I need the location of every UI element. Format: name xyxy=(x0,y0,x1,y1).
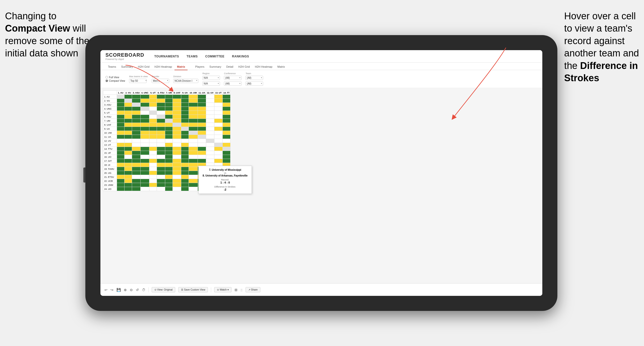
matrix-cell-2-13[interactable] xyxy=(222,103,230,107)
matrix-cell-12-4[interactable] xyxy=(149,143,157,147)
matrix-cell-7-10[interactable] xyxy=(198,123,206,127)
matrix-cell-4-12[interactable] xyxy=(214,111,223,115)
matrix-cell-16-6[interactable] xyxy=(165,159,173,163)
matrix-cell-20-1[interactable] xyxy=(125,175,132,179)
matrix-cell-10-4[interactable] xyxy=(149,135,157,139)
matrix-cell-20-9[interactable] xyxy=(189,175,198,179)
matrix-cell-0-13[interactable] xyxy=(222,95,230,99)
matrix-cell-11-0[interactable] xyxy=(117,139,125,143)
matrix-cell-12-10[interactable] xyxy=(198,143,206,147)
matrix-cell-20-2[interactable] xyxy=(132,175,141,179)
matrix-cell-4-0[interactable] xyxy=(117,111,125,115)
matrix-cell-2-4[interactable] xyxy=(149,103,157,107)
matrix-cell-13-13[interactable] xyxy=(222,147,230,151)
matrix-cell-10-13[interactable] xyxy=(222,135,230,139)
matrix-cell-14-11[interactable] xyxy=(206,151,214,155)
matrix-cell-2-12[interactable] xyxy=(214,103,223,107)
subnav-player-h2h-heatmap[interactable]: H2H Heatmap xyxy=(252,64,275,70)
matrix-cell-22-3[interactable] xyxy=(141,183,149,187)
matrix-cell-9-13[interactable] xyxy=(222,131,230,135)
matrix-cell-18-2[interactable] xyxy=(132,167,141,171)
nav-rankings[interactable]: RANKINGS xyxy=(232,55,249,58)
matrix-cell-22-8[interactable] xyxy=(181,183,189,187)
matrix-cell-8-10[interactable] xyxy=(198,127,206,131)
matrix-cell-9-1[interactable] xyxy=(125,131,132,135)
team-select[interactable]: (All) xyxy=(246,76,263,80)
matrix-cell-5-13[interactable] xyxy=(222,115,230,119)
matrix-cell-1-13[interactable] xyxy=(222,99,230,103)
matrix-cell-6-1[interactable] xyxy=(125,119,132,123)
matrix-cell-0-10[interactable] xyxy=(198,95,206,99)
matrix-cell-15-10[interactable] xyxy=(198,155,206,159)
matrix-cell-5-2[interactable] xyxy=(132,115,141,119)
matrix-cell-4-8[interactable] xyxy=(181,111,189,115)
matrix-cell-22-5[interactable] xyxy=(157,183,165,187)
matrix-cell-3-4[interactable] xyxy=(149,107,157,111)
matrix-cell-20-7[interactable] xyxy=(173,175,181,179)
matrix-cell-23-3[interactable] xyxy=(141,187,149,191)
matrix-cell-16-4[interactable] xyxy=(149,159,157,163)
matrix-cell-18-9[interactable] xyxy=(189,167,198,171)
matrix-cell-23-2[interactable] xyxy=(132,187,141,191)
matrix-cell-8-9[interactable] xyxy=(189,127,198,131)
team-select2[interactable]: (All) xyxy=(246,81,263,86)
grid-icon[interactable]: :: xyxy=(241,288,243,292)
matrix-cell-23-0[interactable] xyxy=(117,187,125,191)
matrix-cell-17-8[interactable] xyxy=(181,163,189,167)
matrix-cell-15-3[interactable] xyxy=(141,155,149,159)
subnav-player-h2h-grid[interactable]: H2H Grid xyxy=(236,64,252,70)
matrix-cell-12-11[interactable] xyxy=(206,143,214,147)
matrix-cell-1-10[interactable] xyxy=(198,99,206,103)
matrix-cell-7-0[interactable] xyxy=(117,123,125,127)
matrix-cell-11-4[interactable] xyxy=(149,139,157,143)
save-custom-view-btn[interactable]: ☰ Save Custom View xyxy=(178,287,208,292)
matrix-cell-12-3[interactable] xyxy=(141,143,149,147)
matrix-cell-8-6[interactable] xyxy=(165,127,173,131)
matrix-cell-8-0[interactable] xyxy=(117,127,125,131)
region-select2[interactable]: N/A xyxy=(202,81,220,86)
matrix-cell-10-1[interactable] xyxy=(125,135,132,139)
matrix-cell-16-8[interactable] xyxy=(181,159,189,163)
matrix-cell-16-11[interactable] xyxy=(206,159,214,163)
matrix-cell-23-4[interactable] xyxy=(149,187,157,191)
subnav-teams[interactable]: Teams xyxy=(105,64,119,70)
redo-icon[interactable]: ↪ xyxy=(110,288,113,292)
conference-select[interactable]: (All) xyxy=(224,76,242,80)
matrix-cell-8-12[interactable] xyxy=(214,127,223,131)
region-select[interactable]: N/A xyxy=(202,76,220,80)
matrix-cell-5-7[interactable] xyxy=(173,115,181,119)
matrix-cell-5-1[interactable] xyxy=(125,115,132,119)
matrix-cell-16-12[interactable] xyxy=(214,159,223,163)
matrix-cell-18-0[interactable] xyxy=(117,167,125,171)
matrix-cell-14-7[interactable] xyxy=(173,151,181,155)
matrix-cell-10-9[interactable] xyxy=(189,135,198,139)
matrix-cell-19-9[interactable] xyxy=(189,171,198,175)
matrix-cell-17-2[interactable] xyxy=(132,163,141,167)
matrix-cell-5-3[interactable] xyxy=(141,115,149,119)
matrix-cell-0-9[interactable] xyxy=(189,95,198,99)
matrix-cell-15-1[interactable] xyxy=(125,155,132,159)
matrix-cell-6-2[interactable] xyxy=(132,119,141,123)
save-icon[interactable]: 💾 xyxy=(116,288,121,292)
matrix-cell-15-5[interactable] xyxy=(157,155,165,159)
matrix-cell-7-4[interactable] xyxy=(149,123,157,127)
subnav-matrix[interactable]: Matrix xyxy=(174,64,188,70)
matrix-cell-6-12[interactable] xyxy=(214,119,223,123)
matrix-cell-9-10[interactable] xyxy=(198,131,206,135)
matrix-cell-4-9[interactable] xyxy=(189,111,198,115)
matrix-cell-4-5[interactable] xyxy=(157,111,165,115)
matrix-cell-11-7[interactable] xyxy=(173,139,181,143)
matrix-cell-9-2[interactable] xyxy=(132,131,141,135)
matrix-cell-2-0[interactable] xyxy=(117,103,125,107)
matrix-cell-23-1[interactable] xyxy=(125,187,132,191)
matrix-cell-9-11[interactable] xyxy=(206,131,214,135)
matrix-cell-12-7[interactable] xyxy=(173,143,181,147)
matrix-cell-20-8[interactable] xyxy=(181,175,189,179)
matrix-cell-18-7[interactable] xyxy=(173,167,181,171)
matrix-cell-15-11[interactable] xyxy=(206,155,214,159)
zoom-in-icon[interactable]: ⊕ xyxy=(124,288,127,292)
matrix-cell-13-11[interactable] xyxy=(206,147,214,151)
matrix-cell-7-6[interactable] xyxy=(165,123,173,127)
zoom-out-icon[interactable]: ⊖ xyxy=(130,288,133,292)
nav-committee[interactable]: COMMITTEE xyxy=(205,55,225,58)
